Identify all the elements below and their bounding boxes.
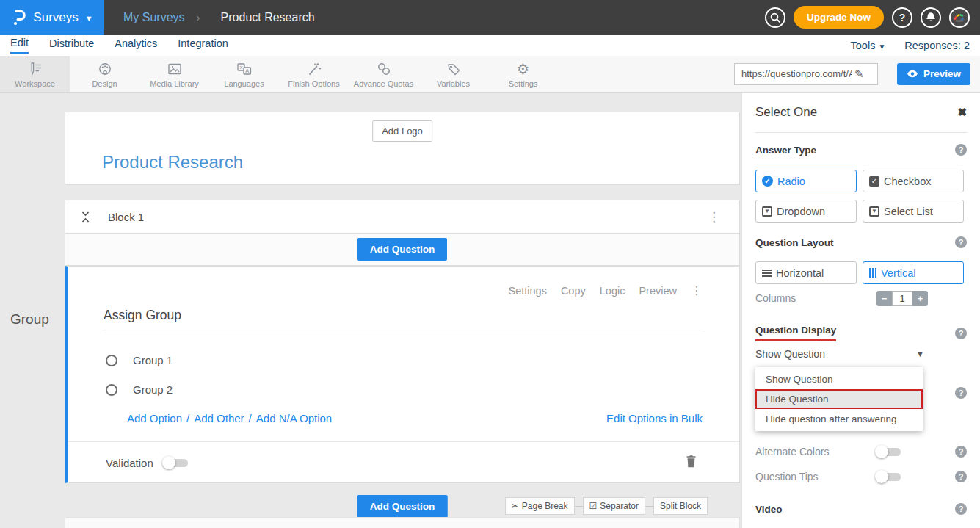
separator-button[interactable]: ☑ Separator [583,497,645,515]
top-bar-actions: Upgrade Now ? [765,6,970,29]
breadcrumb-my-surveys[interactable]: My Surveys [123,11,185,24]
question-display-label: Question Display [755,325,836,341]
add-na-option-link[interactable]: Add N/A Option [256,412,332,424]
help-icon[interactable]: ? [955,387,967,399]
page-break-button[interactable]: ✂ Page Break [505,497,575,515]
minus-button[interactable]: − [876,291,892,306]
dropdown-square-icon: ▼ [869,206,879,217]
add-question-button-bottom[interactable]: Add Question [357,495,448,518]
toolbar-item-finish-options[interactable]: Finish Options [279,56,349,92]
toolbar-label: Settings [509,79,538,88]
toolbar-item-workspace[interactable]: Workspace [0,56,70,92]
design-palette-icon [97,61,113,77]
help-icon[interactable]: ? [955,471,967,482]
layout-horizontal[interactable]: Horizontal [755,261,857,284]
block-kebab-menu-icon[interactable]: ⋮ [708,209,720,225]
question-title[interactable]: Assign Group [104,308,181,323]
add-other-link[interactable]: Add Other [194,412,244,424]
answer-type-select-list[interactable]: ▼ Select List [863,200,964,223]
survey-editor-screen: Surveys ▼ My Surveys › Product Research … [0,0,980,528]
block-footer-buttons: ✂ Page Break ☑ Separator Split Block [505,497,708,515]
menu-item-hide-after-answering[interactable]: Hide question after answering [755,409,923,429]
answer-type-checkbox[interactable]: ✓ Checkbox [863,170,964,192]
question-logic-link[interactable]: Logic [600,285,625,297]
question-layout-header: Question Layout ? [755,236,967,248]
toolbar-item-variables[interactable]: Variables [418,56,488,92]
split-block-label: Split Block [660,501,701,511]
connector-line [645,506,653,507]
option-label[interactable]: Group 2 [133,383,173,396]
columns-label: Columns [755,292,796,304]
block-header: Block 1 ⋮ [65,200,740,234]
question-preview-link[interactable]: Preview [639,285,677,297]
next-block-edge [65,517,740,528]
avatar[interactable] [949,7,970,28]
add-logo-button[interactable]: Add Logo [372,120,432,142]
tab-analytics[interactable]: Analytics [115,37,157,53]
toolbar-item-design[interactable]: Design [70,56,139,92]
toolbar-item-settings[interactable]: ⚙ Settings [488,56,558,92]
split-block-button[interactable]: Split Block [653,497,708,515]
answer-type-dropdown[interactable]: ▼ Dropdown [755,200,857,223]
group-side-label: Group [10,311,49,328]
scissors-icon: ✂ [512,501,519,511]
toolbar-item-media-library[interactable]: Media Library [139,56,209,92]
help-icon[interactable]: ? [955,446,967,458]
answer-type-header: Answer Type ? [755,144,967,156]
notifications-button[interactable] [921,7,941,28]
help-icon[interactable]: ? [955,144,967,156]
delete-question-button[interactable] [686,455,697,468]
validation-toggle[interactable] [162,456,189,469]
answer-type-radio[interactable]: ✓ Radio [755,170,857,192]
question-tips-toggle[interactable] [875,470,901,483]
add-option-link[interactable]: Add Option [127,412,182,424]
radio-input[interactable] [106,355,117,366]
preview-button[interactable]: Preview [897,63,970,85]
tools-menu[interactable]: Tools ▼ [851,40,886,51]
question-copy-link[interactable]: Copy [561,285,586,297]
option-label[interactable]: Group 1 [133,354,173,366]
tab-distribute[interactable]: Distribute [49,37,94,53]
search-button[interactable] [765,7,785,28]
radio-input[interactable] [106,384,117,396]
survey-title[interactable]: Product Research [102,152,243,173]
columns-value[interactable]: 1 [892,291,912,306]
product-switcher[interactable]: Surveys ▼ [0,0,104,35]
question-display-select[interactable]: Show Question ▼ [755,348,924,360]
question-settings-link[interactable]: Settings [508,285,546,297]
survey-url-input[interactable] [741,68,852,79]
help-icon[interactable]: ? [955,328,967,339]
edit-options-bulk-link[interactable]: Edit Options in Bulk [606,412,703,424]
layout-option-label: Vertical [881,267,916,279]
toolbar-label: Variables [437,79,470,88]
question-kebab-menu-icon[interactable]: ⋮ [691,283,703,297]
alternate-colors-toggle[interactable] [875,445,901,458]
responses-count[interactable]: Responses: 2 [904,40,970,51]
upgrade-now-button[interactable]: Upgrade Now [794,6,884,29]
tab-bar-right: Tools ▼ Responses: 2 [851,40,970,51]
toolbar-item-advance-quotas[interactable]: Advance Quotas [349,56,418,92]
toolbar-item-languages[interactable]: xA Languages [209,56,279,92]
answer-type-label: Answer Type [755,145,816,156]
plus-button[interactable]: + [912,291,928,306]
video-header: Video ? [755,503,967,515]
add-question-button[interactable]: Add Question [357,238,448,261]
block-title[interactable]: Block 1 [108,211,144,223]
layout-vertical[interactable]: Vertical [863,261,964,284]
menu-item-show-question[interactable]: Show Question [755,369,923,389]
bell-icon [926,12,936,23]
question-tips-row: Question Tips ? [755,471,967,482]
option-links: Add Option / Add Other / Add N/A Option [127,412,332,424]
collapse-block-icon[interactable] [81,211,90,223]
tab-edit[interactable]: Edit [10,37,29,54]
edit-pencil-icon[interactable]: ✎ [854,68,864,81]
dropdown-square-icon: ▼ [762,206,772,217]
help-button[interactable]: ? [892,7,912,28]
links-separator: / [249,412,252,424]
menu-item-hide-question[interactable]: Hide Question [755,389,923,409]
help-icon[interactable]: ? [955,503,967,515]
breadcrumb-separator: › [197,11,200,23]
close-icon[interactable]: ✖ [957,106,967,119]
tab-integration[interactable]: Integration [178,37,228,53]
help-icon[interactable]: ? [955,236,967,248]
